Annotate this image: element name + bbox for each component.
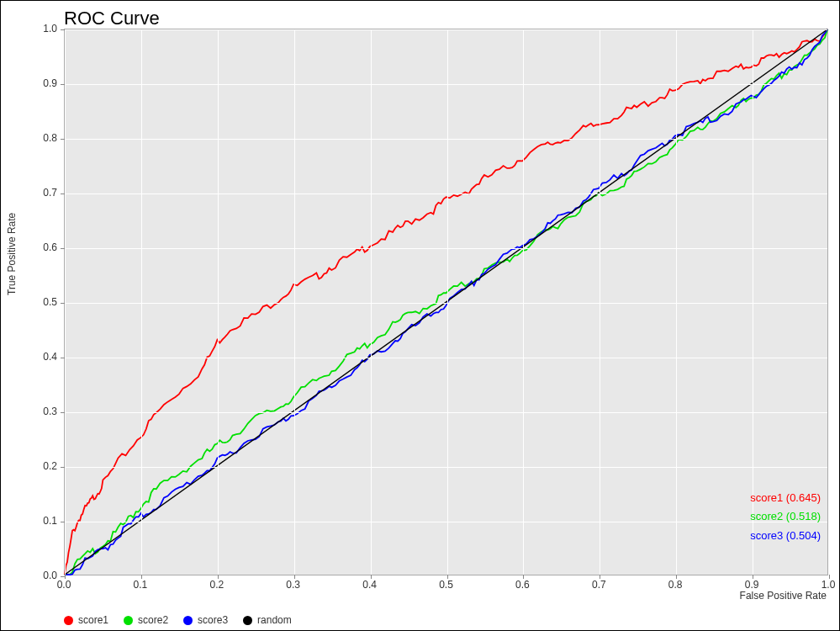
plot-area: score1 (0.645)score2 (0.518)score3 (0.50… — [64, 29, 828, 575]
gridline-h — [65, 139, 827, 140]
legend-dot-icon — [64, 616, 73, 625]
gridline-v — [218, 29, 219, 575]
gridline-v — [371, 29, 372, 575]
legend-label: score2 — [138, 614, 168, 626]
gridline-v — [676, 29, 677, 575]
legend-dot-icon — [243, 616, 252, 625]
legend: score1score2score3random — [64, 614, 292, 626]
legend-dot-icon — [124, 616, 133, 625]
gridline-h — [65, 194, 827, 194]
y-tick-label: 0.4 — [43, 351, 57, 363]
y-tick-label: 1.0 — [43, 23, 57, 34]
legend-item-score2: score2 — [124, 614, 168, 626]
y-tick-label: 0.6 — [43, 241, 57, 253]
x-tick-label: 0.9 — [745, 579, 759, 591]
roc-chart: ROC Curve True Positive Rate False Posit… — [1, 1, 839, 630]
curves-svg — [65, 29, 827, 575]
x-tick-label: 0.5 — [439, 579, 453, 591]
x-tick-label: 0.6 — [515, 579, 530, 591]
y-tick-label: 0.1 — [43, 515, 57, 527]
y-tick-label: 0.2 — [43, 460, 57, 472]
x-axis-label: False Positive Rate — [740, 590, 827, 602]
legend-item-score1: score1 — [64, 614, 108, 626]
x-tick-label: 0.3 — [286, 579, 300, 591]
x-tick-label: 0.2 — [209, 579, 224, 591]
y-tick-label: 0.7 — [43, 187, 57, 199]
gridline-v — [447, 29, 448, 575]
y-tick-label: 0.5 — [43, 296, 57, 308]
x-tick-label: 0.0 — [57, 579, 71, 591]
gridline-h — [65, 358, 827, 358]
gridline-h — [65, 412, 827, 413]
gridline-v — [141, 29, 142, 575]
y-tick-label: 0.9 — [43, 77, 57, 89]
annotation: score2 (0.518) — [750, 510, 821, 522]
gridline-h — [65, 467, 827, 468]
x-tick-label: 0.4 — [362, 579, 377, 591]
gridline-v — [294, 29, 295, 575]
y-tick-label: 0.0 — [43, 570, 57, 581]
gridline-v — [829, 29, 830, 575]
legend-item-score3: score3 — [183, 614, 228, 626]
gridline-h — [65, 576, 827, 577]
gridline-h — [65, 29, 827, 30]
gridline-v — [600, 29, 600, 575]
y-tick-label: 0.3 — [43, 406, 57, 417]
y-tick-label: 0.8 — [43, 132, 57, 144]
annotation: score1 (0.645) — [750, 491, 821, 504]
gridline-v — [65, 29, 66, 575]
gridline-v — [523, 29, 524, 575]
x-tick-label: 1.0 — [822, 579, 836, 591]
gridline-h — [65, 522, 827, 522]
y-axis-label: True Positive Rate — [6, 213, 18, 295]
curve-random — [65, 29, 827, 575]
gridline-h — [65, 248, 827, 249]
x-tick-label: 0.1 — [134, 579, 148, 591]
chart-title: ROC Curve — [64, 8, 160, 29]
x-tick-label: 0.8 — [668, 579, 683, 591]
gridline-h — [65, 303, 827, 304]
legend-label: score1 — [78, 614, 108, 626]
legend-label: random — [257, 614, 292, 626]
legend-dot-icon — [183, 616, 193, 625]
gridline-h — [65, 84, 827, 85]
legend-item-random: random — [243, 614, 292, 626]
annotation: score3 (0.504) — [750, 529, 821, 542]
x-tick-label: 0.7 — [592, 579, 606, 591]
legend-label: score3 — [198, 614, 228, 626]
